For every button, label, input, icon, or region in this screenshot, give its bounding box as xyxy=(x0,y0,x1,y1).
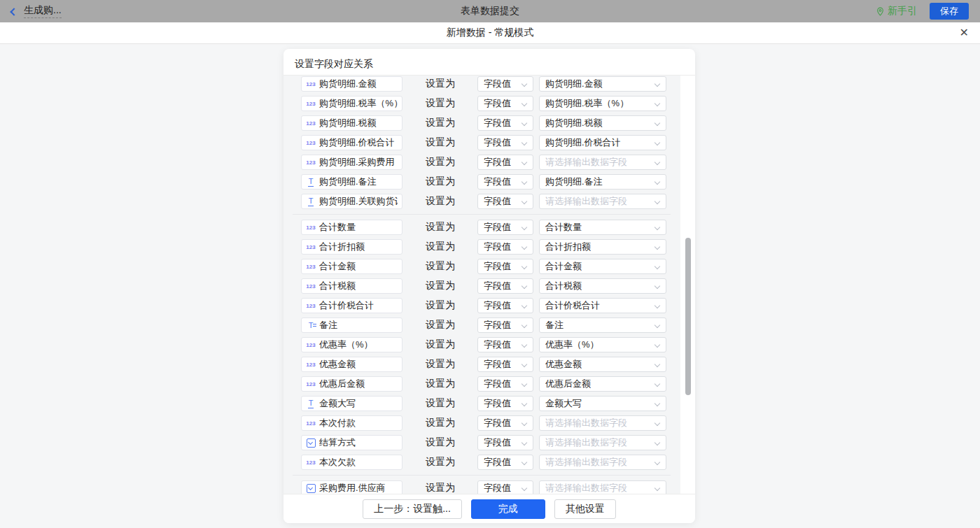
source-field-label: 购货明细.金额 xyxy=(319,78,398,90)
value-mode-select[interactable]: 字段值 xyxy=(477,480,533,494)
close-button[interactable]: ✕ xyxy=(960,26,969,40)
save-button[interactable]: 保存 xyxy=(930,3,969,20)
value-mode-select[interactable]: 字段值 xyxy=(477,376,533,392)
output-field-select[interactable]: 备注 xyxy=(539,317,666,333)
chevron-down-icon xyxy=(654,342,660,348)
output-field-select[interactable]: 购货明细.金额 xyxy=(539,76,666,92)
chevron-down-icon xyxy=(654,199,660,204)
value-mode-select[interactable]: 字段值 xyxy=(477,76,533,92)
output-field-text: 请选择输出数据字段 xyxy=(545,156,627,169)
other-settings-button[interactable]: 其他设置 xyxy=(554,499,616,519)
value-mode-select[interactable]: 字段值 xyxy=(477,317,533,333)
chevron-down-icon xyxy=(654,264,660,269)
output-field-select[interactable]: 购货明细.税率（%） xyxy=(539,96,666,111)
prev-step-button[interactable]: 上一步：设置触... xyxy=(363,499,462,519)
output-field-select[interactable]: 请选择输出数据字段 xyxy=(539,435,666,450)
chevron-down-icon xyxy=(654,459,660,465)
source-field-chip: 购货明细.关联购货订... xyxy=(301,194,402,209)
value-mode-select[interactable]: 字段值 xyxy=(477,415,533,431)
output-field-select[interactable]: 优惠后金额 xyxy=(539,376,666,392)
chevron-left-icon xyxy=(10,8,18,15)
output-field-select[interactable]: 请选择输出数据字段 xyxy=(539,480,666,494)
source-field-chip: 本次付款 xyxy=(301,415,402,431)
set-as-label: 设置为 xyxy=(426,221,455,234)
number-field-icon xyxy=(304,78,317,90)
output-field-select[interactable]: 购货明细.税额 xyxy=(539,115,666,131)
chevron-down-icon xyxy=(654,322,660,328)
output-field-select[interactable]: 优惠金额 xyxy=(539,357,666,372)
value-mode-select[interactable]: 字段值 xyxy=(477,298,533,313)
value-mode-select[interactable]: 字段值 xyxy=(477,278,533,294)
mapping-row: 购货明细.备注 设置为 字段值 购货明细.备注 xyxy=(301,174,680,190)
output-field-select[interactable]: 金额大写 xyxy=(539,396,666,411)
value-mode-select[interactable]: 字段值 xyxy=(477,174,533,190)
output-field-select[interactable]: 请选择输出数据字段 xyxy=(539,415,666,431)
scrollbar-thumb[interactable] xyxy=(685,238,691,395)
chevron-down-icon xyxy=(654,120,660,126)
chevron-down-icon xyxy=(522,362,527,367)
output-field-select[interactable]: 请选择输出数据字段 xyxy=(539,194,666,209)
mapping-row: 合计金额 设置为 字段值 合计金额 xyxy=(301,259,680,274)
back-label[interactable]: 生成购... xyxy=(24,4,62,18)
source-field-chip: 优惠金额 xyxy=(301,357,402,372)
done-button[interactable]: 完成 xyxy=(471,499,545,519)
output-field-select[interactable]: 购货明细.备注 xyxy=(539,174,666,190)
scrollbar-track[interactable] xyxy=(680,76,695,494)
chevron-down-icon xyxy=(654,140,660,145)
mapping-row: 采购费用.供应商 设置为 字段值 请选择输出数据字段 xyxy=(301,480,680,494)
source-field-chip: 购货明细.金额 xyxy=(301,76,402,92)
value-mode-select[interactable]: 字段值 xyxy=(477,435,533,450)
mapping-row: 金额大写 设置为 字段值 金额大写 xyxy=(301,396,680,411)
set-as-label: 设置为 xyxy=(426,136,455,149)
chevron-down-icon xyxy=(522,179,527,185)
panel-header: 设置字段对应关系 xyxy=(284,49,695,76)
mapping-row: 优惠率（%） 设置为 字段值 优惠率（%） xyxy=(301,337,680,352)
value-mode-select[interactable]: 字段值 xyxy=(477,357,533,372)
value-mode-select[interactable]: 字段值 xyxy=(477,155,533,170)
output-field-text: 金额大写 xyxy=(545,397,582,410)
location-pin-icon xyxy=(876,7,885,16)
value-mode-select[interactable]: 字段值 xyxy=(477,396,533,411)
output-field-select[interactable]: 合计价税合计 xyxy=(539,298,666,313)
guide-button[interactable]: 新手引 xyxy=(876,5,917,17)
value-mode-select[interactable]: 字段值 xyxy=(477,337,533,352)
set-as-label: 设置为 xyxy=(426,456,455,469)
value-mode-text: 字段值 xyxy=(484,417,511,429)
text-field-icon xyxy=(304,176,317,187)
source-field-label: 购货明细.关联购货订... xyxy=(319,195,398,208)
source-field-label: 金额大写 xyxy=(319,397,398,410)
output-field-select[interactable]: 合计税额 xyxy=(539,278,666,294)
value-mode-select[interactable]: 字段值 xyxy=(477,115,533,131)
chevron-down-icon xyxy=(654,362,660,367)
value-mode-select[interactable]: 字段值 xyxy=(477,259,533,274)
mapping-row: 本次欠款 设置为 字段值 请选择输出数据字段 xyxy=(301,455,680,470)
output-field-text: 优惠后金额 xyxy=(545,378,591,390)
value-mode-text: 字段值 xyxy=(484,378,511,390)
mapping-row: 合计价税合计 设置为 字段值 合计价税合计 xyxy=(301,298,680,313)
value-mode-select[interactable]: 字段值 xyxy=(477,135,533,150)
output-field-select[interactable]: 合计折扣额 xyxy=(539,239,666,255)
number-field-icon xyxy=(304,280,317,292)
value-mode-text: 字段值 xyxy=(484,117,511,129)
back-button[interactable]: 生成购... xyxy=(11,4,62,18)
chevron-down-icon xyxy=(522,140,527,145)
value-mode-select[interactable]: 字段值 xyxy=(477,194,533,209)
mapping-row: 合计折扣额 设置为 字段值 合计折扣额 xyxy=(301,239,680,255)
output-field-select[interactable]: 购货明细.价税合计 xyxy=(539,135,666,150)
output-field-select[interactable]: 合计数量 xyxy=(539,220,666,235)
value-mode-select[interactable]: 字段值 xyxy=(477,455,533,470)
output-field-select[interactable]: 优惠率（%） xyxy=(539,337,666,352)
chevron-down-icon xyxy=(522,120,527,126)
output-field-select[interactable]: 请选择输出数据字段 xyxy=(539,155,666,170)
text-field-icon xyxy=(304,196,317,207)
chevron-down-icon xyxy=(522,199,527,204)
output-field-select[interactable]: 合计金额 xyxy=(539,259,666,274)
value-mode-select[interactable]: 字段值 xyxy=(477,220,533,235)
text-field-icon xyxy=(304,398,317,409)
value-mode-select[interactable]: 字段值 xyxy=(477,239,533,255)
chevron-down-icon xyxy=(654,283,660,289)
value-mode-select[interactable]: 字段值 xyxy=(477,96,533,111)
source-field-chip: 采购费用.供应商 xyxy=(301,480,402,494)
output-field-select[interactable]: 请选择输出数据字段 xyxy=(539,455,666,470)
source-field-chip: 购货明细.采购费用 xyxy=(301,155,402,170)
